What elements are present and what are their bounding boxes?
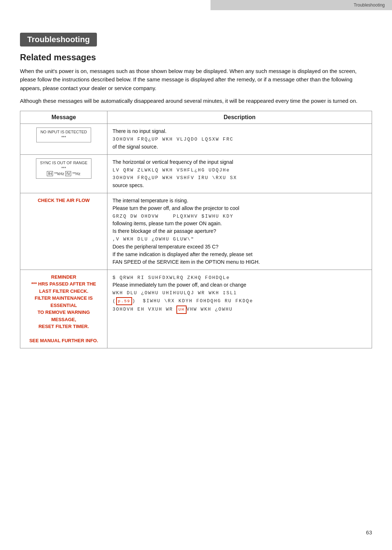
desc-cell-1: There is no input signal. 3OHDVH FRQ¿UP … — [107, 124, 372, 155]
message-cell-1: NO INPUT IS DETECTED*** — [20, 124, 107, 155]
message-cell-4: REMINDER *** HRS PASSED AFTER THE LAST F… — [20, 270, 107, 348]
desc-cell-2: The horizontal or vertical frequency of … — [107, 154, 372, 193]
table-row: CHECK THE AIR FLOW The internal temperat… — [20, 193, 372, 270]
table-row: NO INPUT IS DETECTED*** There is no inpu… — [20, 124, 372, 155]
related-messages-heading: Related messages — [20, 52, 372, 62]
top-header-label: Troubleshooting — [354, 3, 385, 8]
table-header-message: Message — [20, 111, 107, 124]
desc-cell-4: $ QRWH RI SUHFDXWLRQ ZKHQ FOHDQLe Please… — [107, 270, 372, 348]
messages-table: Message Description NO INPUT IS DETECTED… — [20, 111, 372, 348]
table-header-description: Description — [107, 111, 372, 124]
table-row: REMINDER *** HRS PASSED AFTER THE LAST F… — [20, 270, 372, 348]
message-cell-3: CHECK THE AIR FLOW — [20, 193, 107, 270]
message-cell-2: SYNC IS OUT OF RANGE *** fH **kHz fV **H… — [20, 154, 107, 193]
desc-cell-3: The internal temperature is rising. Plea… — [107, 193, 372, 270]
message-box-no-input: NO INPUT IS DETECTED*** — [36, 128, 91, 142]
intro-paragraph-1: When the unit's power is on, messages su… — [20, 67, 372, 92]
message-box-sync: SYNC IS OUT OF RANGE *** fH **kHz fV **H… — [36, 158, 91, 179]
table-row: SYNC IS OUT OF RANGE *** fH **kHz fV **H… — [20, 154, 372, 193]
message-check-air-flow: CHECK THE AIR FLOW — [25, 197, 102, 204]
top-header-bar: Troubleshooting — [211, 0, 392, 10]
section-title: Troubleshooting — [20, 33, 97, 46]
page-number: 63 — [366, 529, 372, 535]
intro-paragraph-2: Although these messages will be automati… — [20, 97, 372, 105]
page-container: Troubleshooting Troubleshooting Related … — [0, 0, 392, 550]
message-reminder: REMINDER *** HRS PASSED AFTER THE LAST F… — [25, 274, 102, 344]
